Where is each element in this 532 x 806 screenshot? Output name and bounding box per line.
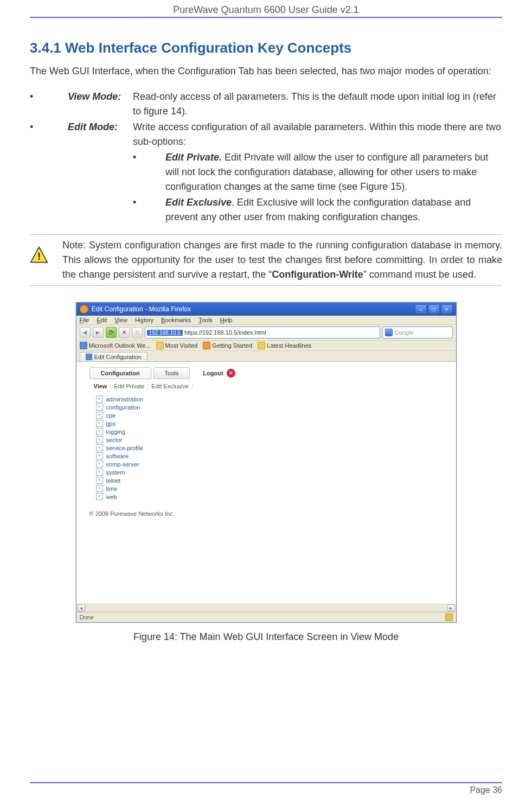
copyright-text: © 2009 Purewave Networks Inc.: [89, 510, 456, 517]
nav-home-button[interactable]: ⌂: [132, 327, 143, 338]
tree-item-software[interactable]: +software: [96, 452, 456, 460]
bookmark-bar: Microsoft Outlook We... Most Visited Get…: [76, 340, 456, 350]
bookmark-outlook[interactable]: Microsoft Outlook We...: [80, 342, 151, 349]
tab-tools[interactable]: Tools: [153, 367, 190, 379]
sub-option-list: • Edit Private. Edit Private will allow …: [133, 150, 502, 225]
expand-icon[interactable]: +: [96, 477, 103, 484]
tree-item-telnet[interactable]: +telnet: [96, 476, 456, 484]
expand-icon[interactable]: +: [96, 412, 103, 419]
bookmark-most-visited[interactable]: Most Visited: [156, 342, 198, 349]
browser-tab-edit-config[interactable]: Edit Configuration: [80, 352, 148, 361]
bookmark-latest-headlines[interactable]: Latest Headlines: [258, 342, 311, 349]
page-number: Page 36: [470, 785, 502, 795]
expand-icon[interactable]: +: [96, 404, 103, 411]
horizontal-scrollbar[interactable]: ◄ ►: [76, 604, 456, 612]
expand-icon[interactable]: +: [96, 485, 103, 492]
window-title: Edit Configuration - Mozilla Firefox: [92, 305, 191, 313]
sub-exclusive-desc: Edit Exclusive. Edit Exclusive will lock…: [165, 195, 502, 225]
bullet-icon: •: [30, 89, 68, 104]
note-bold: Configuration-Write: [272, 269, 363, 280]
sub-private-desc: Edit Private. Edit Private will allow th…: [165, 150, 502, 194]
tab-configuration[interactable]: Configuration: [89, 367, 151, 379]
nav-reload-button[interactable]: ⟳: [106, 327, 117, 338]
mode-edit-text: Write access configuration of all availa…: [133, 121, 501, 147]
tree-item-logging[interactable]: +logging: [96, 427, 456, 436]
section-heading: 3.4.1 Web Interface Configuration Key Co…: [30, 40, 502, 56]
status-bar: Done: [76, 612, 456, 622]
mode-edit-private-link[interactable]: Edit Private: [114, 383, 144, 389]
expand-icon[interactable]: +: [96, 460, 103, 468]
window-maximize-button[interactable]: □: [428, 304, 440, 314]
mode-edit-row: • Edit Mode: Write access configuration …: [30, 120, 502, 226]
tree-item-configuration[interactable]: +configuration: [96, 403, 456, 411]
mode-view-row: • View Mode: Read-only access of all par…: [30, 89, 502, 119]
expand-icon[interactable]: +: [96, 436, 103, 443]
nav-stop-button[interactable]: ✕: [119, 327, 130, 338]
tree-item-gps[interactable]: +gps: [96, 419, 456, 427]
scroll-right-button[interactable]: ►: [447, 604, 455, 612]
search-input[interactable]: Google: [382, 327, 453, 338]
intro-paragraph: The Web GUI Interface, when the Configur…: [30, 64, 502, 79]
bookmark-getting-started[interactable]: Getting Started: [203, 342, 252, 349]
menu-view[interactable]: View: [114, 317, 127, 323]
url-text: https://192.168.10.5/index.html: [184, 329, 266, 336]
logout-button[interactable]: Logout ✕: [203, 369, 235, 378]
expand-icon[interactable]: +: [96, 452, 103, 459]
menu-bookmarks[interactable]: Bookmarks: [161, 317, 191, 323]
menu-edit[interactable]: Edit: [97, 317, 107, 323]
page-footer: Page 36: [30, 782, 502, 795]
tab-favicon-icon: [86, 354, 92, 360]
mode-toolbar: View|Edit Private|Edit Exclusive|: [89, 381, 456, 395]
expand-icon[interactable]: +: [96, 395, 103, 402]
config-tree: +administration +configuration +cpe +gps…: [96, 395, 456, 501]
mode-view-label: View Mode:: [68, 89, 133, 104]
tree-item-web[interactable]: +web: [96, 492, 456, 501]
mode-edit-desc: Write access configuration of all availa…: [133, 120, 502, 226]
mode-edit-exclusive-link[interactable]: Edit Exclusive: [151, 383, 188, 389]
window-minimize-button[interactable]: –: [415, 304, 427, 314]
browser-menubar[interactable]: File Edit View History Bookmarks Tools H…: [76, 316, 456, 324]
lock-icon: [445, 613, 453, 621]
page-icon: [203, 342, 210, 349]
bullet-icon: •: [133, 150, 165, 165]
tree-item-sector[interactable]: +sector: [96, 436, 456, 444]
tree-item-service-profile[interactable]: +service-profile: [96, 444, 456, 452]
mode-view-link[interactable]: View: [94, 383, 107, 389]
menu-tools[interactable]: Tools: [198, 317, 213, 323]
url-host-badge: 192.168.10.5: [147, 330, 183, 336]
mode-view-desc: Read-only access of all parameters. This…: [133, 89, 502, 119]
tree-item-time[interactable]: +time: [96, 484, 456, 492]
note-callout: ! Note: System configuration changes are…: [30, 234, 502, 286]
tree-item-system[interactable]: +system: [96, 468, 456, 476]
address-bar[interactable]: 192.168.10.5 https://192.168.10.5/index.…: [145, 327, 380, 338]
page-content: Configuration Tools Logout ✕ View|Edit P…: [76, 361, 456, 604]
expand-icon[interactable]: +: [96, 469, 103, 476]
figure-14: Edit Configuration - Mozilla Firefox – □…: [30, 302, 502, 643]
figure-caption: Figure 14: The Main Web GUI Interface Sc…: [30, 631, 502, 643]
expand-icon[interactable]: +: [96, 428, 103, 435]
bullet-icon: •: [30, 120, 68, 135]
sub-exclusive-label: Edit Exclusive: [165, 197, 232, 208]
firefox-icon: [80, 305, 88, 314]
scroll-left-button[interactable]: ◄: [78, 604, 85, 612]
nav-forward-button[interactable]: ►: [93, 327, 104, 338]
menu-file[interactable]: File: [80, 317, 89, 323]
window-close-button[interactable]: ×: [441, 304, 453, 314]
nav-back-button[interactable]: ◄: [80, 327, 91, 338]
expand-icon[interactable]: +: [96, 420, 103, 427]
tree-item-administration[interactable]: +administration: [96, 395, 456, 403]
mode-list: • View Mode: Read-only access of all par…: [30, 89, 502, 226]
expand-icon[interactable]: +: [96, 493, 103, 500]
menu-help[interactable]: Help: [220, 317, 233, 323]
window-titlebar: Edit Configuration - Mozilla Firefox – □…: [76, 303, 456, 316]
expand-icon[interactable]: +: [96, 444, 103, 451]
sub-exclusive-row: • Edit Exclusive. Edit Exclusive will lo…: [133, 195, 502, 225]
logout-label: Logout: [203, 370, 223, 376]
sub-private-label: Edit Private.: [165, 152, 222, 163]
tree-item-snmp-server[interactable]: +snmp-server: [96, 460, 456, 468]
browser-tabstrip: Edit Configuration: [76, 350, 456, 361]
menu-history[interactable]: History: [135, 317, 153, 323]
warning-icon: !: [30, 238, 62, 264]
page-icon: [80, 342, 87, 349]
tree-item-cpe[interactable]: +cpe: [96, 411, 456, 419]
